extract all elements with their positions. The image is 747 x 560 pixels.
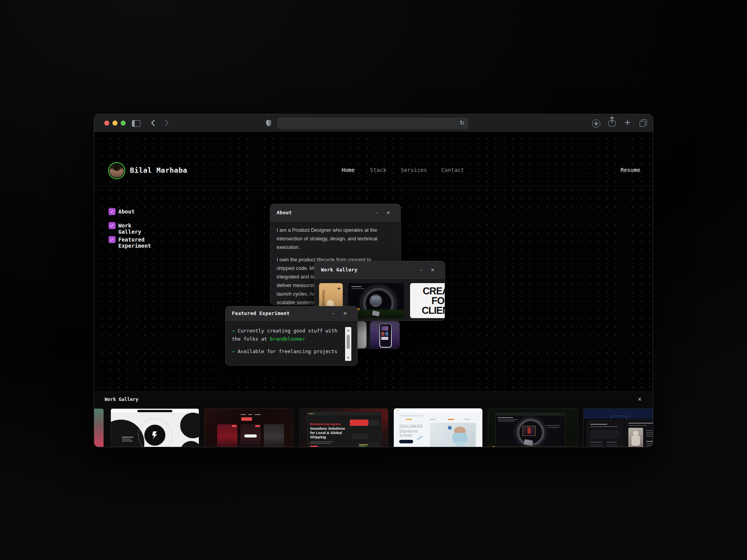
traffic-close-button[interactable] (104, 121, 109, 126)
biddeliver-headline: Seamless Solutions for Local & Global Sh… (310, 426, 345, 439)
nav-stack[interactable]: Stack (370, 167, 386, 173)
about-window-titlebar[interactable]: About – × (270, 204, 400, 222)
checkbox-checked-icon[interactable]: ✓ (109, 222, 116, 229)
biddeliver-tag: Revolutionizing Logistics (310, 423, 341, 425)
about-paragraph-1: I am a Product Designer who operates at … (277, 226, 377, 252)
work-gallery-panel: Work Gallery × (94, 392, 653, 447)
sidebar-toggle-icon[interactable] (132, 120, 140, 127)
featured-item-1: → Currently creating good stuff with the… (232, 327, 342, 343)
minimize-icon[interactable]: – (330, 310, 337, 317)
nav-services[interactable]: Services (401, 167, 427, 173)
header-divider (94, 186, 653, 186)
checkbox-work-gallery-label: Work Gallery (118, 222, 141, 235)
nav-resume[interactable]: Resume (621, 167, 640, 173)
traffic-minimize-button[interactable] (112, 121, 117, 126)
work-gallery-panel-title: Work Gallery (105, 397, 139, 402)
share-icon[interactable] (608, 121, 615, 126)
minimize-icon[interactable]: – (373, 209, 380, 216)
sealinker-headline: SEALINKER Signature Scents (399, 424, 423, 438)
back-icon[interactable] (151, 119, 155, 126)
featured-item-2: → Available for freelancing projects (232, 347, 342, 355)
gallery-card-hero-landing[interactable] (110, 408, 199, 447)
gallery-card-shop4everlit[interactable] (204, 408, 293, 447)
brandbloomer-link[interactable]: brandbloomer (270, 336, 305, 342)
site-owner-name: Bilal Marhaba (130, 166, 187, 174)
arrow-icon: → (232, 328, 235, 334)
minimize-icon[interactable]: – (417, 266, 424, 273)
new-tab-icon[interactable]: + (624, 118, 631, 127)
checkbox-checked-icon[interactable]: ✓ (109, 236, 116, 243)
gallery-thumbnail-create-for-clients[interactable]: CREATE FOR CLIENTS (410, 283, 445, 318)
close-icon[interactable]: × (429, 266, 436, 273)
featured-experiment-window-titlebar[interactable]: Featured Experiment – × (226, 306, 357, 321)
create-card-text: CREATE FOR CLIENTS (410, 286, 445, 315)
privacy-shield-icon[interactable] (266, 119, 272, 127)
arrow-icon: → (232, 348, 235, 354)
hero-logo-icon (150, 430, 160, 440)
browser-toolbar: ↻ + (94, 114, 653, 132)
forward-icon[interactable] (165, 119, 169, 126)
downloads-icon[interactable] (592, 119, 600, 128)
close-icon[interactable]: × (385, 209, 392, 216)
gallery-card-pinnify[interactable] (583, 408, 653, 447)
checkbox-checked-icon[interactable]: ✓ (109, 208, 116, 215)
about-window-title: About (277, 210, 292, 215)
nav-contact[interactable]: Contact (441, 167, 464, 173)
checkbox-about-label: About (118, 208, 135, 215)
scrollbar[interactable]: ▲ ▼ (345, 327, 351, 361)
gallery-card-biddeliver[interactable]: Revolutionizing Logistics Seamless Solut… (300, 408, 388, 447)
nav-home[interactable]: Home (342, 167, 355, 173)
close-icon[interactable]: × (636, 395, 644, 403)
featured-experiment-window-title: Featured Experiment (232, 310, 290, 316)
address-bar[interactable]: ↻ (277, 117, 468, 129)
page-content: Bilal Marhaba Home Stack Services Contac… (94, 132, 653, 447)
gallery-thumbnail-phone[interactable] (370, 321, 400, 348)
close-icon[interactable]: × (342, 310, 349, 317)
browser-window: ↻ + Bilal Marhaba Home Stack Services Co… (94, 114, 653, 447)
refresh-icon[interactable]: ↻ (459, 119, 465, 126)
avatar[interactable] (108, 162, 125, 179)
tab-overview-icon[interactable] (640, 119, 647, 127)
scroll-down-icon[interactable]: ▼ (345, 356, 351, 360)
scrollbar-thumb[interactable] (347, 335, 350, 349)
traffic-zoom-button[interactable] (121, 121, 126, 126)
gallery-card-brandbloomer[interactable] (488, 408, 578, 447)
gallery-card-sealinker[interactable]: SEALINKER Signature Scents (394, 408, 482, 447)
gallery-card-partial[interactable] (94, 408, 104, 447)
work-gallery-window-titlebar[interactable]: Work Gallery – × (315, 261, 445, 279)
featured-experiment-window[interactable]: Featured Experiment – × → Currently crea… (225, 306, 358, 366)
work-gallery-window-title: Work Gallery (321, 267, 358, 273)
scroll-up-icon[interactable]: ▲ (345, 328, 351, 332)
checkbox-featured-experiment-label: Featured Experiment (118, 236, 151, 249)
